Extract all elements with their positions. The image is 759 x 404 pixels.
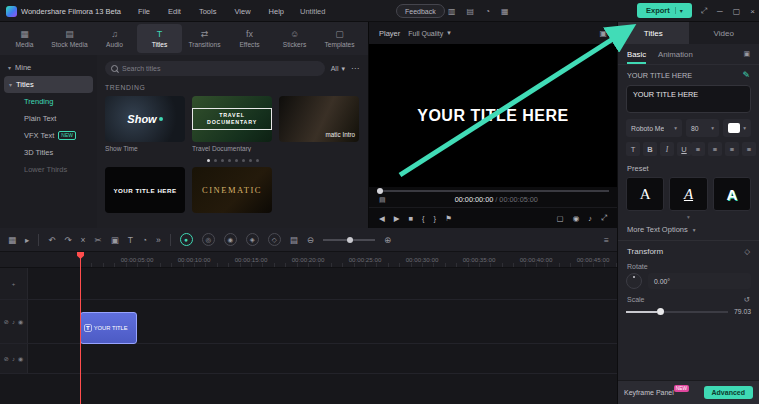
search-box[interactable] <box>105 61 325 76</box>
track-row-3[interactable]: ⊘ ♪ ◉ <box>0 344 617 374</box>
title-thumbnail-your-title[interactable]: YOUR TITLE HERE <box>105 167 185 213</box>
more-tools-icon[interactable]: » <box>156 235 161 245</box>
more-options-icon[interactable]: ⋯ <box>351 64 360 73</box>
maximize-icon[interactable]: ▢ <box>733 7 741 16</box>
align-right-icon[interactable]: ≡ <box>725 142 739 156</box>
bold-button[interactable]: B <box>643 142 657 156</box>
handwriting-icon[interactable]: ✎ <box>742 70 750 80</box>
rotate-value[interactable]: 0.00° <box>648 273 751 289</box>
zoom-slider[interactable] <box>323 239 375 241</box>
speed-icon[interactable]: ◔ <box>142 235 147 245</box>
keyframe-panel-button[interactable]: Keyframe PanelNEW <box>624 389 689 397</box>
title-thumbnail-cinematic-intro[interactable]: matic Intro <box>279 96 359 142</box>
video-viewport[interactable]: YOUR TITLE HERE <box>369 44 617 187</box>
redo-icon[interactable]: ↷ <box>64 235 71 245</box>
zoom-out-icon[interactable]: ⊖ <box>307 235 314 245</box>
stop-icon[interactable]: ■ <box>409 214 414 223</box>
mute-icon[interactable]: ♪ <box>12 319 15 325</box>
subtab-basic[interactable]: Basic <box>627 44 646 64</box>
close-icon[interactable]: × <box>750 7 755 16</box>
crop-icon[interactable]: ▣ <box>111 235 119 245</box>
sidebar-item-mine[interactable]: ▾ Mine <box>0 59 97 76</box>
sidebar-item-3d-titles[interactable]: 3D Titles <box>0 144 97 161</box>
underline-button[interactable]: U <box>677 142 691 156</box>
timeline-ruler[interactable]: 00:00:05:00 00:00:10:00 00:00:15:00 00:0… <box>0 252 617 268</box>
marker-tool-icon[interactable]: ◇ <box>268 233 281 246</box>
tab-stock-media[interactable]: ▤ Stock Media <box>47 24 92 53</box>
preview-title-text[interactable]: YOUR TITLE HERE <box>417 107 569 125</box>
rotate-knob[interactable] <box>626 273 642 289</box>
search-input[interactable] <box>122 65 319 72</box>
preset-tile-3[interactable]: A <box>713 177 751 211</box>
preset-tile-1[interactable]: A <box>626 177 664 211</box>
timecode-settings-icon[interactable]: ▤ <box>379 196 386 204</box>
export-chevron-icon[interactable]: ▾ <box>675 7 683 14</box>
lock-icon[interactable]: ⊘ <box>4 355 9 362</box>
timeline-clip-your-title[interactable]: T YOUR TITLE <box>80 312 137 344</box>
previous-frame-icon[interactable]: ◀ <box>379 214 385 223</box>
menu-view[interactable]: View <box>227 7 257 16</box>
preset-scroll-chevron-icon[interactable]: ▾ <box>618 214 759 220</box>
title-card[interactable]: TRAVEL DOCUMENTARY Travel Documentary <box>192 96 272 152</box>
preview-mode-icon[interactable]: ▣ <box>599 29 607 38</box>
menu-tools[interactable]: Tools <box>192 7 224 16</box>
more-text-options[interactable]: More Text Options ▾ <box>627 225 750 234</box>
sidebar-item-plain-text[interactable]: Plain Text <box>0 110 97 127</box>
filter-dropdown[interactable]: All ▾ <box>331 65 345 73</box>
preset-tile-2[interactable]: A <box>669 177 707 211</box>
fullscreen-icon[interactable]: ⤢ <box>701 6 707 16</box>
screen-record-icon[interactable]: ▥ <box>448 7 456 16</box>
playhead[interactable] <box>80 252 81 404</box>
export-button[interactable]: Export ▾ <box>637 3 692 18</box>
text-case-button[interactable]: T <box>626 142 640 156</box>
title-thumbnail-show-time[interactable]: Show <box>105 96 185 142</box>
marker-flag-icon[interactable]: ⚑ <box>445 214 452 223</box>
split-icon[interactable]: ✂ <box>95 235 102 245</box>
quality-dropdown[interactable]: Full Quality ▾ <box>408 29 451 37</box>
mark-out-icon[interactable]: } <box>434 214 437 223</box>
advanced-button[interactable]: Advanced <box>704 386 753 399</box>
track-lane[interactable] <box>28 344 617 373</box>
sidebar-item-titles[interactable]: ▾ Titles <box>4 76 93 93</box>
timeline-menu-icon[interactable]: ▦ <box>8 235 16 245</box>
align-left-icon[interactable]: ≡ <box>691 142 705 156</box>
zoom-in-icon[interactable]: ⊕ <box>384 235 391 245</box>
sidebar-item-lower-thirds[interactable]: Lower Thirds <box>0 161 97 178</box>
bookmark-icon[interactable]: ▣ <box>743 50 750 58</box>
add-keyframe-icon[interactable]: ◇ <box>744 247 750 256</box>
snap-icon[interactable]: ▤ <box>290 235 298 245</box>
delete-icon[interactable]: × <box>81 235 86 245</box>
title-card[interactable]: matic Intro <box>279 96 359 152</box>
mask-icon[interactable]: ◎ <box>202 233 215 246</box>
pointer-tool-icon[interactable]: ▸ <box>25 235 29 245</box>
undo-icon[interactable]: ↶ <box>48 235 55 245</box>
motion-track-icon[interactable]: ◉ <box>224 233 237 246</box>
tab-titles-properties[interactable]: Titles <box>618 22 689 44</box>
mark-in-icon[interactable]: { <box>422 214 425 223</box>
title-thumbnail-travel-documentary[interactable]: TRAVEL DOCUMENTARY <box>192 96 272 142</box>
menu-help[interactable]: Help <box>262 7 291 16</box>
tab-templates[interactable]: ▢ Templates <box>317 24 362 53</box>
snapshot-icon[interactable]: ◉ <box>573 214 580 223</box>
menu-edit[interactable]: Edit <box>161 7 188 16</box>
reset-icon[interactable]: ↺ <box>744 295 750 304</box>
feedback-button[interactable]: Feedback <box>396 4 445 18</box>
mute-icon[interactable]: ♪ <box>12 356 15 362</box>
scale-slider-handle[interactable] <box>657 308 664 315</box>
tab-video-properties[interactable]: Video <box>689 22 759 44</box>
title-text-input[interactable]: YOUR TITLE HERE <box>626 85 751 113</box>
chroma-key-icon[interactable]: ● <box>180 233 193 246</box>
add-track-icon[interactable]: + <box>12 281 16 287</box>
layout-icon[interactable]: ▤ <box>467 7 475 16</box>
notification-icon[interactable]: ◔ <box>485 7 490 16</box>
text-tool-icon[interactable]: T <box>128 235 133 245</box>
sidebar-item-vfx-text[interactable]: VFX Text NEW <box>0 127 97 144</box>
speaker-icon[interactable]: ♪ <box>588 214 592 223</box>
zoom-slider-handle[interactable] <box>347 237 353 243</box>
play-icon[interactable]: ▶ <box>394 214 400 223</box>
align-center-icon[interactable]: ≡ <box>708 142 722 156</box>
tab-effects[interactable]: fx Effects <box>227 24 272 53</box>
pagination-dots[interactable] <box>97 152 368 162</box>
tab-audio[interactable]: ♫ Audio <box>92 24 137 53</box>
font-color-picker[interactable]: ▾ <box>723 119 751 137</box>
